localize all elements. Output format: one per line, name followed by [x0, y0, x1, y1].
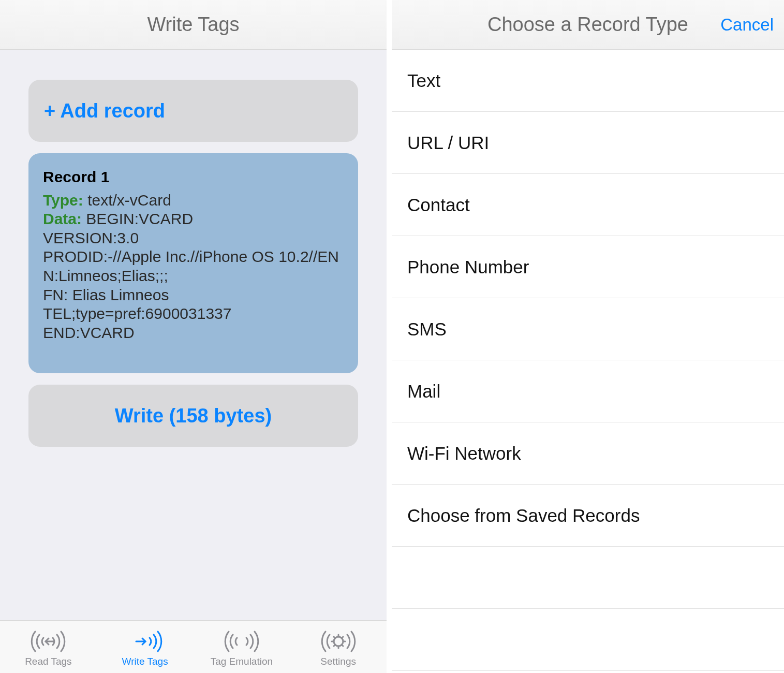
record-data-line: FN: Elias Limneos [43, 286, 344, 305]
right-nav-bar: Choose a Record Type Cancel [392, 0, 784, 50]
page-title: Choose a Record Type [487, 13, 688, 36]
list-item-label: Text [407, 70, 440, 91]
svg-line-5 [334, 637, 335, 638]
record-type-text[interactable]: Text [392, 50, 784, 112]
svg-line-7 [342, 637, 343, 638]
list-item-label: SMS [407, 319, 447, 340]
record-type-label: Type: [43, 192, 83, 209]
record-type-contact[interactable]: Contact [392, 174, 784, 236]
add-record-button[interactable]: + Add record [28, 80, 358, 142]
record-title: Record 1 [43, 168, 344, 187]
list-item-label: URL / URI [407, 133, 489, 153]
record-card[interactable]: Record 1 Type: text/x-vCard Data: BEGIN:… [28, 153, 358, 373]
page-title: Write Tags [147, 13, 239, 36]
tab-label: Settings [320, 656, 356, 667]
record-type-mail[interactable]: Mail [392, 360, 784, 422]
tab-bar: Read Tags Write Tags [0, 620, 387, 673]
record-type-list: Text URL / URI Contact Phone Number SMS … [392, 50, 784, 673]
list-item-label: Choose from Saved Records [407, 505, 640, 526]
record-data-line: END:VCARD [43, 324, 344, 343]
list-item-label: Phone Number [407, 257, 529, 277]
record-data-first-line: Data: BEGIN:VCARD [43, 210, 344, 229]
tab-write-tags[interactable]: Write Tags [106, 628, 184, 667]
record-data-line: VERSION:3.0 [43, 229, 344, 248]
record-data-line: N:Limneos;Elias;;; [43, 267, 344, 286]
list-row-empty [392, 547, 784, 609]
record-type-value: text/x-vCard [87, 192, 171, 209]
choose-record-pane: Choose a Record Type Cancel Text URL / U… [392, 0, 784, 673]
settings-icon [320, 628, 357, 654]
record-data-label: Data: [43, 210, 82, 227]
read-tags-icon [30, 628, 66, 654]
record-data-first: BEGIN:VCARD [86, 210, 193, 227]
svg-line-8 [334, 645, 335, 646]
record-data-line: PRODID:-//Apple Inc.//iPhone OS 10.2//EN [43, 247, 344, 267]
add-record-label: + Add record [44, 100, 165, 122]
write-button[interactable]: Write (158 bytes) [28, 385, 358, 447]
record-data-line: TEL;type=pref:6900031337 [43, 304, 344, 324]
record-type-url[interactable]: URL / URI [392, 112, 784, 174]
record-type-wifi[interactable]: Wi-Fi Network [392, 422, 784, 485]
tab-label: Tag Emulation [211, 656, 273, 667]
tab-read-tags[interactable]: Read Tags [9, 628, 87, 667]
write-tags-icon [127, 628, 163, 654]
tab-tag-emulation[interactable]: Tag Emulation [203, 628, 280, 667]
cancel-button[interactable]: Cancel [720, 15, 774, 35]
tab-label: Write Tags [122, 656, 168, 667]
svg-line-6 [342, 645, 343, 646]
left-nav-bar: Write Tags [0, 0, 387, 50]
write-button-label: Write (158 bytes) [115, 405, 272, 427]
list-item-label: Contact [407, 195, 470, 215]
list-row-empty [392, 609, 784, 671]
write-tags-pane: Write Tags + Add record Record 1 Type: t… [0, 0, 392, 673]
record-type-phone[interactable]: Phone Number [392, 236, 784, 298]
tab-settings[interactable]: Settings [300, 628, 377, 667]
record-type-sms[interactable]: SMS [392, 298, 784, 360]
list-item-label: Wi-Fi Network [407, 443, 521, 464]
record-type-saved[interactable]: Choose from Saved Records [392, 485, 784, 547]
tag-emulation-icon [224, 628, 260, 654]
tab-label: Read Tags [25, 656, 72, 667]
write-tags-body: + Add record Record 1 Type: text/x-vCard… [0, 50, 387, 620]
record-type-line: Type: text/x-vCard [43, 191, 344, 210]
list-item-label: Mail [407, 381, 440, 402]
